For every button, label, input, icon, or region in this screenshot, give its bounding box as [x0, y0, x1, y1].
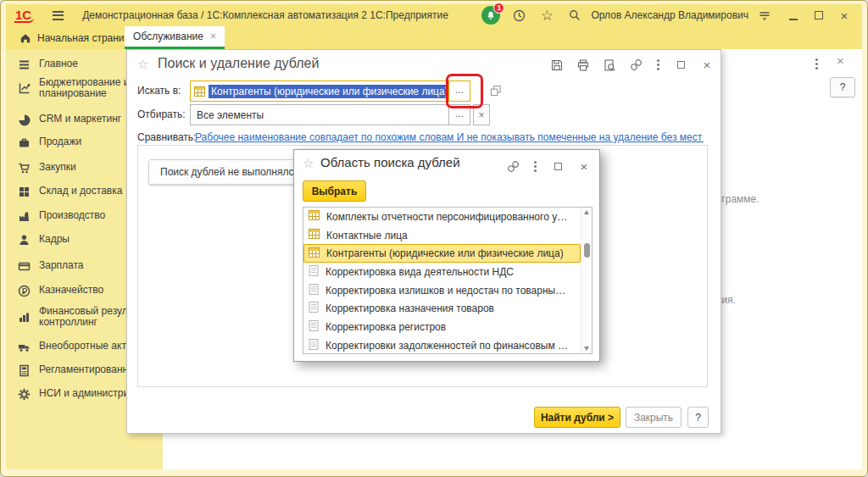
dialog-help-button[interactable]: ? — [687, 407, 709, 428]
filter-choose-button[interactable]: ... — [448, 105, 470, 125]
search-in-field[interactable]: Контрагенты (юридические или физические … — [190, 80, 470, 102]
sidebar-item-salary[interactable]: Зарплата — [6, 254, 126, 278]
search-area-modal: ☆ Область поиска дублей × Выбрать Компле… — [293, 149, 600, 362]
list-item[interactable]: Корректировка назначения товаров — [303, 299, 581, 318]
catalog-icon — [309, 247, 320, 260]
budgeting-icon — [17, 82, 31, 95]
maximize-icon[interactable] — [551, 160, 565, 174]
sales-icon — [17, 136, 31, 149]
list-item[interactable]: Корректировка вида деятельности НДС — [303, 263, 581, 281]
sidebar-item-regulated[interactable]: Регламентированный учет — [6, 358, 126, 382]
notifications-button[interactable]: 1 — [481, 6, 500, 25]
sidebar-item-assets[interactable]: Внеоборотные активы — [6, 335, 126, 358]
search-icon[interactable] — [565, 6, 584, 25]
warehouse-icon — [17, 186, 31, 198]
home-icon — [19, 32, 31, 44]
document-icon — [309, 284, 319, 297]
catalog-icon — [309, 229, 320, 241]
workspace: Главное Бюджетирование ипланирование CRM… — [6, 49, 862, 469]
document-icon — [309, 302, 319, 315]
favorites-icon[interactable]: ☆ — [537, 6, 556, 25]
scroll-up-icon[interactable] — [584, 210, 589, 214]
scroll-down-icon[interactable] — [584, 347, 589, 351]
filter-field[interactable]: Все элементы ... — [190, 104, 470, 125]
tab-home[interactable]: Начальная страница — [14, 26, 141, 49]
catalog-icon — [194, 86, 205, 97]
sidebar-item-nsi-admin[interactable]: НСИ и администрирование — [6, 382, 126, 406]
find-duplicates-button[interactable]: Найти дубли > — [534, 407, 620, 428]
list-item[interactable]: Контактные лица — [303, 226, 581, 245]
list-item[interactable]: Корректировка регистров — [303, 318, 581, 336]
tab-maintenance[interactable]: Обслуживание × — [125, 26, 225, 49]
document-icon — [309, 339, 319, 352]
filter-value: Все элементы — [197, 109, 264, 121]
regulated-icon — [17, 364, 31, 377]
search-in-choose-button[interactable]: ... — [448, 81, 470, 101]
close-modal-icon[interactable]: × — [577, 160, 591, 174]
tab-label: Обслуживание — [133, 31, 203, 42]
list-item-selected[interactable]: Контрагенты (юридические или физические … — [303, 244, 581, 263]
tab-close-icon[interactable]: × — [210, 31, 216, 42]
sidebar-item-warehouse[interactable]: Склад и доставка — [6, 180, 126, 203]
maximize-button[interactable] — [810, 6, 828, 25]
maximize-icon[interactable] — [674, 58, 687, 72]
more-icon[interactable] — [532, 159, 538, 174]
treasury-icon — [17, 285, 31, 297]
favorite-star-icon[interactable]: ☆ — [303, 156, 314, 171]
main-menu-icon[interactable] — [53, 11, 64, 20]
list-item[interactable]: Корректировки задолженностей по финансов… — [303, 336, 581, 354]
minimize-button[interactable] — [784, 6, 803, 25]
salary-icon — [17, 260, 31, 273]
hr-icon — [17, 234, 31, 247]
sidebar-item-treasury[interactable]: Казначейство — [6, 279, 126, 302]
get-link-icon[interactable] — [506, 160, 520, 174]
tab-home-label: Начальная страница — [37, 32, 136, 44]
list-item[interactable]: Комплекты отчетности персонифицированног… — [303, 208, 581, 226]
modal-title: Область поиска дублей — [320, 155, 460, 169]
list-scrollbar[interactable] — [581, 208, 592, 353]
sidebar-item-production[interactable]: Производство — [6, 204, 126, 228]
form-help-button[interactable]: ? — [830, 77, 855, 97]
production-icon — [17, 210, 31, 223]
select-button[interactable]: Выбрать — [303, 180, 366, 202]
history-icon[interactable] — [509, 6, 528, 25]
sidebar-item-finresult[interactable]: Финансовый результатконтроллинг — [6, 300, 126, 334]
more-icon[interactable] — [655, 58, 661, 72]
form-more-icon[interactable] — [814, 57, 820, 71]
sidebar-item-budgeting[interactable]: Бюджетирование ипланирование — [6, 71, 126, 105]
sidebar-item-sales[interactable]: Продажи — [6, 130, 126, 154]
print-preview-icon[interactable] — [603, 58, 616, 72]
service-menu-icon[interactable] — [755, 6, 774, 25]
dialog-title: Поиск и удаление дублей — [158, 56, 319, 71]
scroll-thumb[interactable] — [584, 243, 590, 258]
sections-panel: Главное Бюджетирование ипланирование CRM… — [6, 49, 126, 469]
form-close-icon[interactable]: × — [837, 55, 844, 67]
crm-icon — [17, 114, 31, 126]
bell-icon: 1 — [481, 6, 500, 25]
close-window-button[interactable]: × — [835, 6, 854, 25]
document-icon — [309, 320, 319, 334]
current-user[interactable]: Орлов Александр Владимирович — [591, 9, 748, 21]
sidebar-item-hr[interactable]: Кадры — [6, 228, 126, 252]
print-icon[interactable] — [576, 58, 590, 72]
favorite-star-icon[interactable]: ☆ — [137, 57, 148, 72]
dialog-command-bar: × — [550, 58, 714, 72]
search-in-label: Искать в: — [137, 85, 181, 97]
open-in-window-icon[interactable] — [490, 85, 502, 97]
search-areas-list: Комплекты отчетности персонифицированног… — [303, 207, 593, 354]
catalog-icon — [309, 210, 320, 223]
purchases-icon — [17, 162, 31, 175]
sidebar-item-purchases[interactable]: Закупки — [6, 156, 126, 180]
modal-command-bar: × — [506, 159, 591, 174]
close-button[interactable]: Закрыть — [626, 407, 682, 428]
get-link-icon[interactable] — [629, 58, 643, 72]
sidebar-item-crm[interactable]: CRM и маркетинг — [6, 108, 126, 131]
list-item[interactable]: Корректировка излишков и недостач по тов… — [303, 281, 581, 300]
close-dialog-icon[interactable]: × — [700, 58, 714, 72]
save-icon[interactable] — [550, 58, 564, 72]
main-section-icon — [17, 58, 31, 71]
filter-clear-button[interactable]: × — [473, 104, 490, 125]
search-in-value: Контрагенты (юридические или физические … — [209, 85, 451, 98]
1c-logo: 1С — [14, 8, 34, 23]
compare-rules-link[interactable]: Рабочее наименование совпадает по похожи… — [195, 131, 704, 143]
